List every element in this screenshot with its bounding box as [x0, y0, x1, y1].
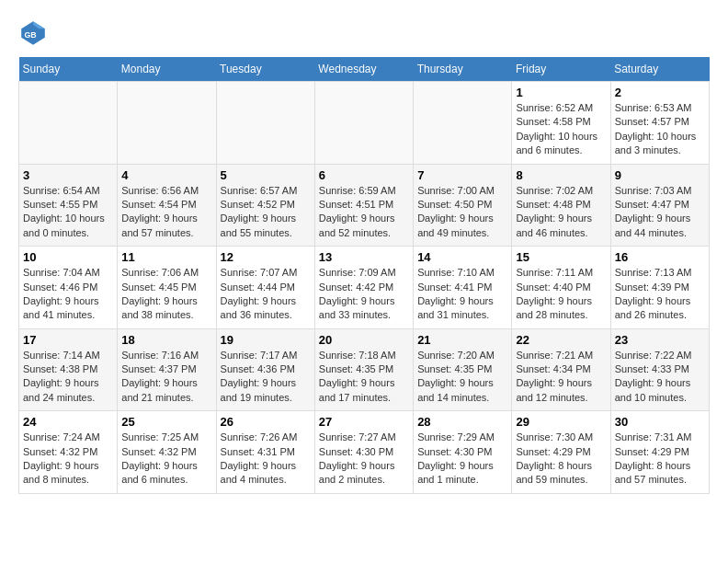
day-info: Sunrise: 7:03 AM Sunset: 4:47 PM Dayligh… — [615, 184, 705, 241]
weekday-header: Sunday — [19, 57, 118, 82]
day-number: 8 — [516, 168, 606, 182]
day-number: 2 — [615, 86, 705, 99]
day-number: 14 — [417, 250, 507, 264]
day-number: 19 — [221, 333, 311, 347]
day-info: Sunrise: 7:25 AM Sunset: 4:32 PM Dayligh… — [121, 431, 211, 488]
day-info: Sunrise: 7:13 AM Sunset: 4:39 PM Dayligh… — [615, 266, 705, 323]
calendar-cell: 28Sunrise: 7:29 AM Sunset: 4:30 PM Dayli… — [414, 411, 512, 494]
day-info: Sunrise: 7:06 AM Sunset: 4:45 PM Dayligh… — [121, 266, 211, 323]
logo: GB — [18, 18, 51, 48]
day-info: Sunrise: 7:16 AM Sunset: 4:37 PM Dayligh… — [121, 349, 211, 406]
day-number: 1 — [516, 86, 606, 99]
day-number: 21 — [417, 333, 507, 347]
day-info: Sunrise: 6:59 AM Sunset: 4:51 PM Dayligh… — [319, 184, 409, 241]
calendar-cell: 29Sunrise: 7:30 AM Sunset: 4:29 PM Dayli… — [512, 411, 610, 494]
day-number: 16 — [615, 250, 705, 264]
calendar-cell — [414, 82, 512, 165]
day-info: Sunrise: 7:14 AM Sunset: 4:38 PM Dayligh… — [23, 349, 113, 406]
day-number: 23 — [615, 333, 705, 347]
calendar-cell: 26Sunrise: 7:26 AM Sunset: 4:31 PM Dayli… — [216, 411, 314, 494]
weekday-header: Saturday — [610, 57, 709, 82]
calendar-cell: 16Sunrise: 7:13 AM Sunset: 4:39 PM Dayli… — [610, 247, 709, 329]
calendar-week-row: 10Sunrise: 7:04 AM Sunset: 4:46 PM Dayli… — [19, 247, 710, 329]
calendar-cell: 7Sunrise: 7:00 AM Sunset: 4:50 PM Daylig… — [414, 164, 512, 247]
day-number: 6 — [319, 168, 409, 182]
calendar-cell: 14Sunrise: 7:10 AM Sunset: 4:41 PM Dayli… — [414, 247, 512, 329]
calendar-cell: 17Sunrise: 7:14 AM Sunset: 4:38 PM Dayli… — [19, 328, 118, 411]
day-info: Sunrise: 7:26 AM Sunset: 4:31 PM Dayligh… — [221, 431, 311, 488]
day-number: 25 — [121, 415, 211, 429]
calendar-cell: 3Sunrise: 6:54 AM Sunset: 4:55 PM Daylig… — [19, 164, 118, 247]
day-number: 28 — [417, 415, 507, 429]
calendar-cell: 24Sunrise: 7:24 AM Sunset: 4:32 PM Dayli… — [19, 411, 118, 494]
day-info: Sunrise: 7:27 AM Sunset: 4:30 PM Dayligh… — [319, 431, 409, 488]
calendar-cell — [314, 82, 413, 165]
day-info: Sunrise: 7:21 AM Sunset: 4:34 PM Dayligh… — [516, 349, 606, 406]
calendar-cell: 5Sunrise: 6:57 AM Sunset: 4:52 PM Daylig… — [216, 164, 314, 247]
day-number: 24 — [23, 415, 113, 429]
calendar-cell: 21Sunrise: 7:20 AM Sunset: 4:35 PM Dayli… — [414, 328, 512, 411]
calendar-cell: 10Sunrise: 7:04 AM Sunset: 4:46 PM Dayli… — [19, 247, 118, 329]
day-number: 5 — [221, 168, 311, 182]
day-info: Sunrise: 7:31 AM Sunset: 4:29 PM Dayligh… — [615, 431, 705, 488]
calendar-cell: 8Sunrise: 7:02 AM Sunset: 4:48 PM Daylig… — [512, 164, 610, 247]
day-number: 11 — [121, 250, 211, 264]
page-header: GB — [18, 18, 710, 48]
calendar-cell — [118, 82, 216, 165]
day-info: Sunrise: 7:09 AM Sunset: 4:42 PM Dayligh… — [319, 266, 409, 323]
calendar-cell: 30Sunrise: 7:31 AM Sunset: 4:29 PM Dayli… — [610, 411, 709, 494]
logo-icon: GB — [18, 18, 48, 48]
day-info: Sunrise: 7:17 AM Sunset: 4:36 PM Dayligh… — [221, 349, 311, 406]
weekday-header: Tuesday — [216, 57, 314, 82]
weekday-header: Friday — [512, 57, 610, 82]
calendar-cell: 19Sunrise: 7:17 AM Sunset: 4:36 PM Dayli… — [216, 328, 314, 411]
day-number: 7 — [417, 168, 507, 182]
day-number: 3 — [23, 168, 113, 182]
day-info: Sunrise: 7:18 AM Sunset: 4:35 PM Dayligh… — [319, 349, 409, 406]
day-number: 15 — [516, 250, 606, 264]
day-number: 30 — [615, 415, 705, 429]
day-number: 29 — [516, 415, 606, 429]
calendar-cell: 6Sunrise: 6:59 AM Sunset: 4:51 PM Daylig… — [314, 164, 413, 247]
calendar-cell: 2Sunrise: 6:53 AM Sunset: 4:57 PM Daylig… — [610, 82, 709, 165]
calendar-cell: 22Sunrise: 7:21 AM Sunset: 4:34 PM Dayli… — [512, 328, 610, 411]
calendar-cell: 20Sunrise: 7:18 AM Sunset: 4:35 PM Dayli… — [314, 328, 413, 411]
day-number: 26 — [221, 415, 311, 429]
day-number: 17 — [23, 333, 113, 347]
day-info: Sunrise: 6:57 AM Sunset: 4:52 PM Dayligh… — [221, 184, 311, 241]
day-info: Sunrise: 7:11 AM Sunset: 4:40 PM Dayligh… — [516, 266, 606, 323]
calendar-cell: 12Sunrise: 7:07 AM Sunset: 4:44 PM Dayli… — [216, 247, 314, 329]
calendar-cell: 13Sunrise: 7:09 AM Sunset: 4:42 PM Dayli… — [314, 247, 413, 329]
day-info: Sunrise: 6:52 AM Sunset: 4:58 PM Dayligh… — [516, 101, 606, 158]
calendar-week-row: 3Sunrise: 6:54 AM Sunset: 4:55 PM Daylig… — [19, 164, 710, 247]
day-info: Sunrise: 7:24 AM Sunset: 4:32 PM Dayligh… — [23, 431, 113, 488]
day-info: Sunrise: 7:00 AM Sunset: 4:50 PM Dayligh… — [417, 184, 507, 241]
weekday-header: Wednesday — [314, 57, 413, 82]
weekday-header: Thursday — [414, 57, 512, 82]
day-info: Sunrise: 7:29 AM Sunset: 4:30 PM Dayligh… — [417, 431, 507, 488]
day-info: Sunrise: 7:02 AM Sunset: 4:48 PM Dayligh… — [516, 184, 606, 241]
calendar-header-row: SundayMondayTuesdayWednesdayThursdayFrid… — [19, 57, 710, 82]
day-info: Sunrise: 7:10 AM Sunset: 4:41 PM Dayligh… — [417, 266, 507, 323]
day-number: 18 — [121, 333, 211, 347]
svg-text:GB: GB — [24, 30, 36, 40]
day-info: Sunrise: 6:54 AM Sunset: 4:55 PM Dayligh… — [23, 184, 113, 241]
day-info: Sunrise: 6:53 AM Sunset: 4:57 PM Dayligh… — [615, 101, 705, 158]
day-number: 10 — [23, 250, 113, 264]
day-info: Sunrise: 7:30 AM Sunset: 4:29 PM Dayligh… — [516, 431, 606, 488]
day-info: Sunrise: 7:04 AM Sunset: 4:46 PM Dayligh… — [23, 266, 113, 323]
calendar-cell: 27Sunrise: 7:27 AM Sunset: 4:30 PM Dayli… — [314, 411, 413, 494]
day-number: 4 — [121, 168, 211, 182]
day-number: 22 — [516, 333, 606, 347]
day-info: Sunrise: 6:56 AM Sunset: 4:54 PM Dayligh… — [121, 184, 211, 241]
calendar-cell: 18Sunrise: 7:16 AM Sunset: 4:37 PM Dayli… — [118, 328, 216, 411]
day-number: 12 — [221, 250, 311, 264]
calendar-cell: 25Sunrise: 7:25 AM Sunset: 4:32 PM Dayli… — [118, 411, 216, 494]
day-info: Sunrise: 7:20 AM Sunset: 4:35 PM Dayligh… — [417, 349, 507, 406]
calendar-week-row: 24Sunrise: 7:24 AM Sunset: 4:32 PM Dayli… — [19, 411, 710, 494]
day-number: 13 — [319, 250, 409, 264]
day-info: Sunrise: 7:07 AM Sunset: 4:44 PM Dayligh… — [221, 266, 311, 323]
calendar-cell: 11Sunrise: 7:06 AM Sunset: 4:45 PM Dayli… — [118, 247, 216, 329]
day-number: 20 — [319, 333, 409, 347]
calendar-week-row: 1Sunrise: 6:52 AM Sunset: 4:58 PM Daylig… — [19, 82, 710, 165]
